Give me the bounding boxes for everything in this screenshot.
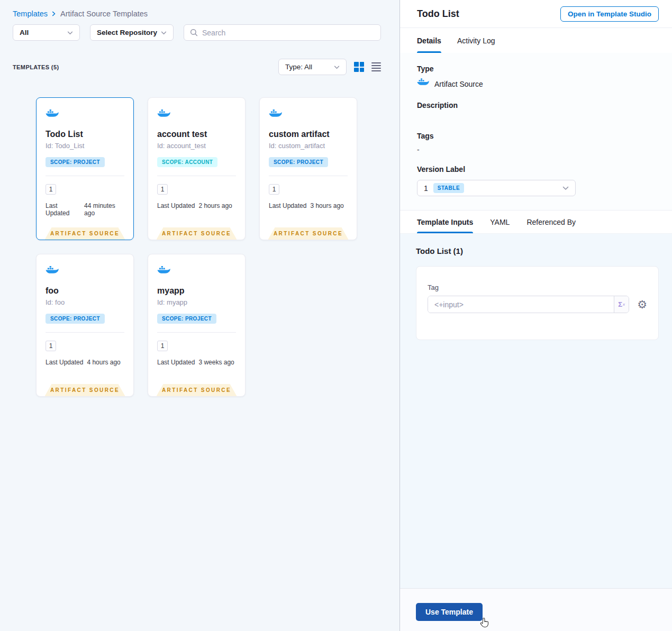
last-updated-value: 44 minutes ago: [84, 202, 124, 217]
last-updated-label: Last Updated: [157, 359, 195, 366]
artifact-source-ribbon: ARTIFACT SOURCE: [45, 384, 125, 396]
details-tabs: Details Activity Log: [400, 28, 672, 53]
divider: [46, 332, 124, 333]
scope-badge: SCOPE: PROJECT: [46, 157, 105, 167]
divider: [46, 176, 124, 176]
type-value: Artifact Source: [434, 80, 483, 88]
docker-icon: [269, 112, 282, 121]
template-title: account test: [157, 130, 236, 139]
template-title: myapp: [157, 286, 236, 296]
template-card-custom-artifact[interactable]: custom artifact Id: custom_artifact SCOP…: [259, 97, 357, 240]
templates-list-header: TEMPLATES (5) Type: All: [0, 41, 399, 75]
divider: [157, 176, 236, 176]
version-count-chip: 1: [269, 184, 279, 195]
version-label: Version Label: [417, 165, 655, 173]
repository-filter-dropdown[interactable]: Select Repository: [90, 24, 174, 41]
version-dropdown[interactable]: 1 STABLE: [417, 180, 576, 196]
last-updated-label: Last Updated: [269, 202, 306, 209]
artifact-source-ribbon: ARTIFACT SOURCE: [45, 227, 125, 240]
list-view-icon[interactable]: [371, 62, 381, 72]
template-card-account-test[interactable]: account test Id: account_test SCOPE: ACC…: [148, 97, 246, 240]
inputs-heading: Todo List (1): [416, 246, 659, 255]
template-id: Id: Todo_List: [46, 142, 124, 150]
template-details-panel: Todo List Open in Template Studio Detail…: [400, 0, 672, 631]
last-updated-value: 3 hours ago: [310, 202, 343, 209]
open-in-template-studio-button[interactable]: Open in Template Studio: [560, 6, 659, 22]
docker-icon: [417, 78, 429, 89]
chevron-down-icon: [562, 186, 569, 190]
search-input[interactable]: [184, 24, 381, 41]
description-label: Description: [417, 101, 655, 109]
version-count-chip: 1: [46, 184, 56, 195]
tag-input-card: Tag Σx ⚙: [416, 266, 659, 340]
docker-icon: [157, 112, 170, 121]
breadcrumb: Templates Artifact Source Templates: [0, 0, 399, 18]
last-updated: Last Updated 3 weeks ago: [157, 359, 236, 366]
template-card-myapp[interactable]: myapp Id: myapp SCOPE: PROJECT 1 Last Up…: [148, 254, 246, 397]
breadcrumb-current: Artifact Source Templates: [60, 10, 148, 18]
tab-referenced-by[interactable]: Referenced By: [526, 211, 576, 233]
scope-badge: SCOPE: PROJECT: [269, 157, 328, 167]
template-title: custom artifact: [269, 130, 348, 139]
last-updated: Last Updated 4 hours ago: [46, 359, 124, 366]
divider: [269, 176, 348, 176]
last-updated-value: 2 hours ago: [198, 202, 232, 209]
tab-template-inputs[interactable]: Template Inputs: [417, 211, 473, 233]
details-fields: Type Artifact Source Description Tags - …: [400, 53, 672, 210]
tag-input-group: Σx: [428, 296, 629, 313]
scope-badge: SCOPE: PROJECT: [157, 314, 216, 324]
version-count-chip: 1: [157, 341, 168, 351]
inputs-tabs: Template Inputs YAML Referenced By: [400, 210, 672, 234]
artifact-source-ribbon: ARTIFACT SOURCE: [268, 227, 349, 240]
tag-field-label: Tag: [428, 284, 647, 291]
tags-label: Tags: [417, 132, 655, 140]
tab-activity-log[interactable]: Activity Log: [457, 28, 495, 53]
chevron-down-icon: [67, 29, 73, 36]
template-cards-grid: Todo List Id: Todo_List SCOPE: PROJECT 1…: [0, 75, 399, 397]
tag-input[interactable]: [428, 296, 614, 313]
scope-badge: SCOPE: PROJECT: [46, 314, 105, 324]
last-updated: Last Updated 3 hours ago: [269, 202, 348, 209]
use-template-button[interactable]: Use Template: [416, 603, 483, 621]
search-box: [184, 24, 381, 41]
version-count-chip: 1: [157, 184, 168, 195]
filter-bar: All Select Repository: [0, 18, 399, 41]
last-updated-value: 4 hours ago: [87, 359, 120, 366]
template-title: foo: [46, 286, 124, 296]
template-title: Todo List: [46, 130, 124, 139]
version-count-chip: 1: [46, 341, 56, 351]
divider: [157, 332, 236, 333]
last-updated-value: 3 weeks ago: [198, 359, 234, 366]
type-label: Type: [417, 65, 655, 73]
grid-view-icon[interactable]: [354, 62, 364, 72]
docker-icon: [46, 112, 59, 121]
details-header: Todo List Open in Template Studio: [400, 0, 672, 28]
last-updated-label: Last Updated: [46, 359, 83, 366]
template-id: Id: myapp: [157, 298, 236, 306]
gear-icon[interactable]: ⚙: [637, 299, 647, 310]
artifact-source-ribbon: ARTIFACT SOURCE: [157, 384, 237, 396]
repository-filter-value: Select Repository: [97, 29, 157, 36]
template-card-todo-list[interactable]: Todo List Id: Todo_List SCOPE: PROJECT 1…: [36, 97, 134, 240]
version-value: 1: [424, 184, 428, 193]
docker-icon: [46, 268, 59, 277]
search-icon: [190, 29, 198, 36]
stable-badge: STABLE: [433, 183, 464, 193]
type-filter-dropdown[interactable]: Type: All: [278, 59, 347, 75]
last-updated: Last Updated 2 hours ago: [157, 202, 236, 209]
tab-yaml[interactable]: YAML: [490, 211, 510, 233]
template-id: Id: foo: [46, 298, 124, 306]
templates-list-panel: Templates Artifact Source Templates All …: [0, 0, 400, 631]
expression-sigma-button[interactable]: Σx: [614, 296, 629, 313]
tags-value: -: [417, 145, 655, 154]
template-id: Id: account_test: [157, 142, 236, 150]
tab-details[interactable]: Details: [417, 28, 441, 53]
scope-filter-dropdown[interactable]: All: [13, 24, 80, 41]
details-footer: Use Template: [400, 588, 672, 631]
breadcrumb-chevron-icon: [52, 11, 56, 16]
scope-badge: SCOPE: ACCOUNT: [157, 157, 217, 167]
breadcrumb-templates-link[interactable]: Templates: [13, 10, 48, 18]
last-updated-label: Last Updated: [157, 202, 195, 209]
templates-count-label: TEMPLATES (5): [13, 64, 59, 70]
template-card-foo[interactable]: foo Id: foo SCOPE: PROJECT 1 Last Update…: [36, 254, 134, 397]
